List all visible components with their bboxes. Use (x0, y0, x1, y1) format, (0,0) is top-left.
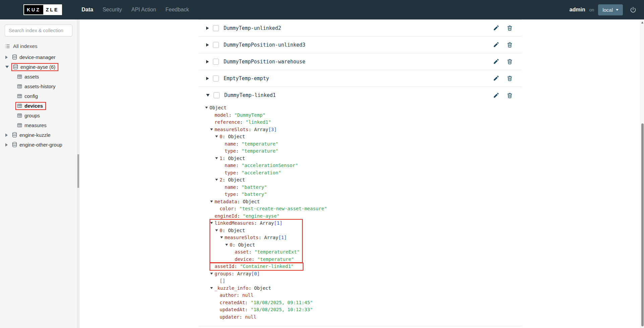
logo-right-text: ZLE (43, 5, 61, 14)
edit-document-button[interactable] (493, 25, 499, 31)
sidebar-item-engine-kuzzle[interactable]: engine-kuzzle (0, 130, 77, 140)
json-line: type: "acceleration" (210, 169, 522, 177)
edit-document-button[interactable] (493, 75, 499, 81)
power-icon (630, 6, 637, 13)
json-value: Object (254, 285, 271, 291)
json-value: Object (243, 199, 260, 204)
json-colon: : (236, 148, 242, 154)
document-checkbox[interactable] (213, 59, 219, 65)
delete-document-button[interactable] (507, 75, 513, 81)
document-id[interactable]: EmptyTemp-empty (224, 75, 269, 81)
page-scrollbar[interactable] (640, 19, 644, 328)
sidebar-item-engine-other-group[interactable]: engine-other-group (0, 140, 77, 150)
expand-arrow-icon[interactable] (206, 26, 209, 30)
json-value: Array (264, 235, 278, 240)
collection-label-wrap: assets (15, 73, 42, 81)
json-value: "temperature" (242, 141, 279, 147)
collapse-toggle-icon[interactable] (210, 128, 213, 130)
collapse-toggle-icon[interactable] (205, 107, 208, 109)
sidebar-item-engine-ayse-6[interactable]: engine-ayse (6) (0, 62, 77, 72)
sidebar-item-config[interactable]: config (0, 91, 77, 101)
caret-icon[interactable] (5, 56, 8, 59)
collection-label: groups (24, 113, 40, 118)
edit-document-button[interactable] (493, 58, 499, 65)
expand-arrow-icon[interactable] (206, 60, 209, 63)
logout-power-button[interactable] (630, 6, 637, 13)
nav-item-feedback[interactable]: Feedback (166, 7, 189, 13)
expand-arrow-icon[interactable] (206, 94, 210, 97)
json-colon: : (236, 184, 242, 190)
collapse-toggle-icon[interactable] (215, 229, 218, 231)
collapse-toggle-icon[interactable] (215, 135, 218, 138)
expand-arrow-icon[interactable] (206, 43, 209, 47)
database-icon (13, 64, 18, 70)
sidebar-item-device-manager[interactable]: device-manager (0, 52, 77, 62)
document-id[interactable]: DummyTemp-linked1 (224, 92, 276, 98)
json-colon: : (222, 177, 228, 182)
environment-dropdown-button[interactable]: local (598, 4, 623, 15)
nav-item-data[interactable]: Data (81, 7, 93, 13)
collapse-toggle-icon[interactable] (210, 273, 213, 275)
caret-icon[interactable] (5, 133, 8, 137)
json-value: "DummyTemp" (234, 112, 266, 118)
sidebar-item-assets[interactable]: assets (0, 72, 77, 81)
content-area: DummyTemp-unlinked2 DummyTempPosition-un… (80, 19, 640, 328)
json-value: "temperatureExt" (254, 249, 300, 255)
delete-document-button[interactable] (507, 25, 513, 31)
document-row-dummytemp-unlinked2: DummyTemp-unlinked2 (199, 20, 522, 37)
sidebar-scrollbar-thumb[interactable] (77, 154, 79, 188)
sidebar-scrollbar[interactable] (77, 19, 79, 328)
json-line: _kuzzle_info: Object (210, 285, 522, 292)
json-value: [] (220, 278, 225, 283)
document-id[interactable]: DummyTempPosition-warehouse (224, 59, 305, 65)
json-line: asset: "temperatureExt" (210, 249, 522, 256)
collapse-toggle-icon[interactable] (210, 201, 213, 203)
expand-arrow-icon[interactable] (206, 77, 209, 80)
collapse-toggle-icon[interactable] (220, 236, 223, 238)
search-index-collection-input[interactable] (5, 24, 72, 37)
json-colon: : (222, 156, 228, 161)
collapse-toggle-icon[interactable] (210, 287, 213, 289)
current-user-label[interactable]: admin (570, 7, 585, 13)
json-value: Object (238, 242, 255, 248)
nav-item-api-action[interactable]: API Action (131, 7, 156, 13)
collapse-toggle-icon[interactable] (215, 157, 218, 159)
document-checkbox[interactable] (214, 92, 220, 98)
json-line: 1: Object (210, 155, 522, 162)
page-scrollbar-thumb[interactable] (641, 123, 644, 326)
collapse-toggle-icon[interactable] (215, 179, 218, 181)
all-indexes-link[interactable]: All indexes (5, 43, 72, 49)
nav-item-security[interactable]: Security (103, 7, 122, 13)
sidebar-item-measures[interactable]: measures (0, 120, 77, 130)
pencil-icon (493, 75, 499, 81)
kuzzle-logo[interactable]: KUZ ZLE (23, 4, 62, 15)
caret-icon[interactable] (5, 66, 9, 68)
json-array-count: [0] (251, 271, 260, 276)
delete-document-button[interactable] (507, 58, 513, 65)
json-key: name (225, 163, 236, 168)
json-key: metadata (215, 199, 237, 204)
document-id[interactable]: DummyTemp-unlinked2 (224, 25, 281, 31)
json-key: updatedAt (220, 307, 245, 312)
collapse-toggle-icon[interactable] (210, 222, 213, 224)
document-id[interactable]: DummyTempPosition-unlinked3 (224, 42, 305, 48)
edit-document-button[interactable] (493, 42, 499, 48)
document-checkbox[interactable] (213, 42, 219, 48)
list-icon (5, 44, 10, 49)
edit-document-button[interactable] (493, 92, 499, 99)
document-checkbox[interactable] (213, 25, 219, 31)
collection-label-wrap: config (15, 92, 41, 100)
sidebar-item-assets-history[interactable]: assets-history (0, 81, 77, 91)
delete-document-button[interactable] (507, 92, 513, 99)
caret-icon[interactable] (5, 143, 8, 147)
sidebar-item-devices[interactable]: devices (0, 101, 77, 111)
scroll-up-button[interactable] (641, 21, 643, 23)
trash-icon (507, 75, 513, 81)
json-line: engineId: "engine-ayse" (210, 213, 522, 220)
index-label: engine-ayse (6) (20, 64, 55, 70)
document-checkbox[interactable] (213, 75, 219, 81)
json-key: name (225, 141, 236, 147)
sidebar-item-groups[interactable]: groups (0, 111, 77, 120)
delete-document-button[interactable] (507, 42, 513, 48)
collapse-toggle-icon[interactable] (225, 244, 228, 246)
